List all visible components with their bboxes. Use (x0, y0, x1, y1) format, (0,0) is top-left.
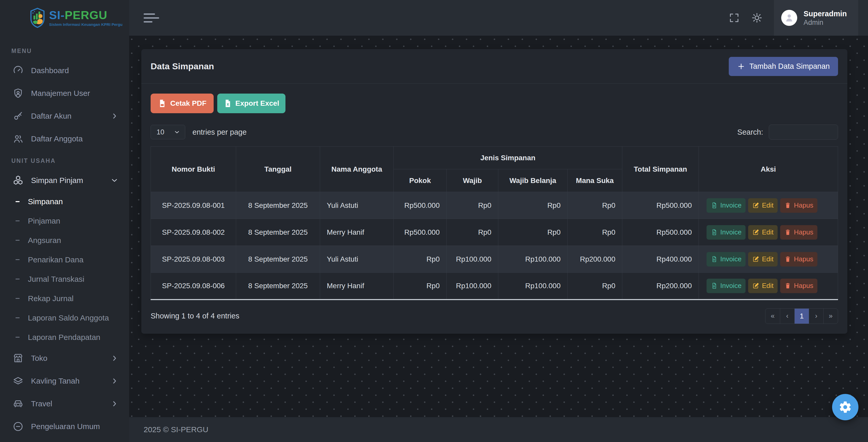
cell-total: Rp400.000 (622, 246, 699, 273)
pagination-prev-button[interactable]: ‹ (780, 308, 795, 324)
circle-minus-icon (12, 421, 24, 432)
cell-tanggal: 8 September 2025 (236, 192, 320, 219)
delete-button[interactable]: Hapus (780, 225, 817, 240)
theme-toggle-button[interactable] (751, 12, 763, 24)
cell-pokok: Rp500.000 (394, 192, 447, 219)
pagination-last-button[interactable]: » (823, 308, 838, 324)
edit-button[interactable]: Edit (748, 278, 778, 293)
sidebar-item-pengeluaran-umum[interactable]: Pengeluaran Umum (0, 415, 129, 438)
car-icon (12, 398, 24, 409)
delete-button-label: Hapus (794, 201, 813, 209)
entries-select-value: 10 (157, 128, 164, 136)
edit-icon (752, 229, 759, 236)
print-pdf-button[interactable]: Cetak PDF (151, 94, 214, 113)
cell-wajib: Rp0 (447, 192, 498, 219)
pagination-page-1-button[interactable]: 1 (795, 308, 809, 324)
edit-button[interactable]: Edit (748, 252, 778, 266)
invoice-button[interactable]: Invoice (707, 225, 746, 240)
brand-logo[interactable]: SI-PERGU Sistem Informasi Keuangan KPRI … (0, 0, 129, 36)
dash-icon (16, 259, 20, 260)
edit-icon (752, 202, 759, 209)
sidebar-item-manajemen-user[interactable]: Manajemen User (0, 82, 129, 105)
cell-aksi: InvoiceEditHapus (699, 219, 838, 246)
cell-wajib_belanja: Rp0 (498, 219, 567, 246)
nav-section-label: UNIT USAHA (11, 157, 129, 165)
edit-button[interactable]: Edit (748, 198, 778, 213)
fullscreen-button[interactable] (728, 12, 740, 24)
dash-icon (16, 278, 20, 279)
cell-wajib_belanja: Rp100.000 (498, 246, 567, 273)
sidebar-subitem-jurnal-transkasi[interactable]: Jurnal Transkasi (0, 269, 129, 289)
invoice-button[interactable]: Invoice (707, 278, 746, 293)
sidebar-item-toko[interactable]: Toko (0, 347, 129, 370)
sidebar-item-simpan-pinjam[interactable]: Simpan Pinjam (0, 169, 129, 192)
trash-icon (784, 202, 791, 209)
sidebar-subitem-penarikan-dana[interactable]: Penarikan Dana (0, 250, 129, 269)
sidebar-item-daftar-akun[interactable]: Daftar Akun (0, 105, 129, 127)
cell-tanggal: 8 September 2025 (236, 219, 320, 246)
sidebar-subitem-simpanan[interactable]: Simpanan (0, 192, 129, 211)
edit-button-label: Edit (762, 228, 773, 236)
delete-button[interactable]: Hapus (780, 278, 817, 293)
trash-icon (784, 256, 791, 263)
sidebar-item-label: Toko (31, 354, 111, 363)
column-header-aksi: Aksi (699, 147, 838, 192)
copyright-text: 2025 © SI-PERGU (144, 425, 209, 434)
data-simpanan-card: Data Simpanan Tambah Data Simpanan Cetak… (141, 49, 847, 334)
sidebar-subitem-rekap-jurnal[interactable]: Rekap Jurnal (0, 289, 129, 308)
export-excel-button[interactable]: Export Excel (217, 94, 285, 113)
table-row: SP-2025.09.08-0038 September 2025Yuli As… (151, 246, 838, 273)
sidebar-subitem-label: Angsuran (28, 236, 61, 245)
cell-wajib: Rp100.000 (447, 246, 498, 273)
sidebar-item-dashboard[interactable]: Dashboard (0, 59, 129, 82)
cell-aksi: InvoiceEditHapus (699, 192, 838, 219)
edit-button[interactable]: Edit (748, 225, 778, 240)
invoice-icon (711, 202, 718, 209)
cell-wajib: Rp0 (447, 219, 498, 246)
invoice-icon (711, 282, 718, 289)
sidebar-subitem-label: Laporan Pendapatan (28, 333, 100, 342)
footer: 2025 © SI-PERGU (129, 417, 868, 442)
sidebar-subitem-laporan-pendapatan[interactable]: Laporan Pendapatan (0, 327, 129, 347)
delete-button[interactable]: Hapus (780, 198, 817, 213)
cell-mana_suka: Rp0 (567, 273, 622, 300)
entries-summary: Showing 1 to 4 of 4 entries (151, 312, 239, 320)
page-title: Data Simpanan (151, 61, 214, 71)
sidebar-subitem-label: Jurnal Transkasi (28, 275, 84, 284)
dash-icon (16, 337, 20, 337)
plus-icon (737, 62, 745, 70)
sidebar-subitem-laporan-saldo-anggota[interactable]: Laporan Saldo Anggota (0, 308, 129, 327)
hamburger-menu-icon[interactable] (144, 11, 159, 25)
invoice-icon (711, 256, 718, 263)
search-input[interactable] (769, 125, 838, 140)
user-menu[interactable]: Superadmin Admin (774, 0, 858, 36)
user-role: Admin (803, 19, 847, 27)
sidebar-subitem-pinjaman[interactable]: Pinjaman (0, 211, 129, 231)
sidebar-item-kavling-tanah[interactable]: Kavling Tanah (0, 370, 129, 392)
column-header-total-simpanan: Total Simpanan (622, 147, 699, 192)
dash-icon (16, 201, 20, 202)
users-icon (12, 133, 24, 145)
pagination: « ‹ 1 › » (765, 308, 838, 324)
add-button-label: Tambah Data Simpanan (749, 62, 830, 70)
store-icon (12, 353, 24, 364)
sidebar-item-travel[interactable]: Travel (0, 392, 129, 415)
main-content: Data Simpanan Tambah Data Simpanan Cetak… (129, 36, 868, 442)
entries-select[interactable]: 10 (151, 125, 185, 139)
invoice-button[interactable]: Invoice (707, 252, 746, 266)
sidebar-subitem-label: Laporan Saldo Anggota (28, 314, 109, 322)
sidebar-subitem-angsuran[interactable]: Angsuran (0, 231, 129, 250)
excel-button-label: Export Excel (235, 99, 279, 108)
edit-button-label: Edit (762, 255, 773, 263)
settings-fab-button[interactable] (832, 394, 859, 420)
pagination-next-button[interactable]: › (809, 308, 823, 324)
sidebar: SI-PERGU Sistem Informasi Keuangan KPRI … (0, 0, 129, 442)
cell-nomor: SP-2025.09.08-001 (151, 192, 236, 219)
pagination-first-button[interactable]: « (766, 308, 780, 324)
sidebar-item-daftar-anggota[interactable]: Daftar Anggota (0, 127, 129, 150)
invoice-button[interactable]: Invoice (707, 198, 746, 213)
delete-button[interactable]: Hapus (780, 252, 817, 266)
dash-icon (16, 240, 20, 241)
add-data-simpanan-button[interactable]: Tambah Data Simpanan (729, 57, 838, 76)
cell-tanggal: 8 September 2025 (236, 246, 320, 273)
